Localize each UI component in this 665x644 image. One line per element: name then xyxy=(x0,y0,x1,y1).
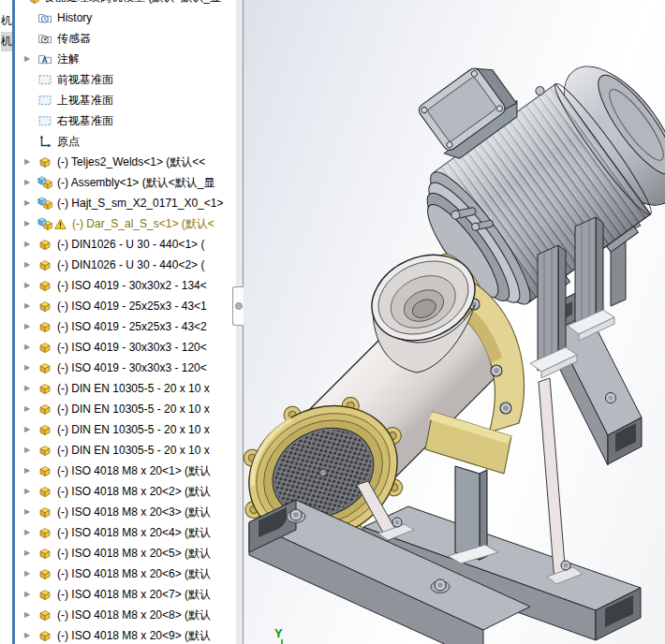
part-icon xyxy=(37,566,52,581)
tree-row[interactable]: ▶(-) ISO 4018 M8 x 20<6> (默认 xyxy=(15,564,236,584)
expand-arrow-icon[interactable]: ▶ xyxy=(24,344,37,351)
tree-row[interactable]: ▶(-) DIN EN 10305-5 - 20 x 10 x xyxy=(15,440,236,461)
tree-row[interactable]: ▶(-) Assembly<1> (默认<默认_显 xyxy=(15,172,236,193)
part-icon xyxy=(37,257,52,272)
expand-arrow-icon[interactable]: ▶ xyxy=(24,323,37,330)
tree-row-label: (-) ISO 4018 M8 x 20<7> (默认 xyxy=(57,587,211,603)
tree-row-label: (-) DIN EN 10305-5 - 20 x 10 x xyxy=(57,382,210,395)
expand-arrow-icon[interactable]: ▶ xyxy=(24,508,37,516)
tree-row-label: (-) Teljes2_Welds<1> (默认<< xyxy=(57,154,205,170)
annotations-icon xyxy=(37,51,52,66)
tree-row[interactable]: ▶(-) ISO 4019 - 25x25x3 - 43<1 xyxy=(15,296,236,316)
tree-row[interactable]: 原点 xyxy=(15,131,236,152)
tree-row[interactable]: ▶(-) DIN1026 - U 30 - 440<2> ( xyxy=(15,255,236,275)
tree-row[interactable]: 右视基准面 xyxy=(15,110,236,131)
tree-row-label: (-) ISO 4018 M8 x 20<6> (默认 xyxy=(57,566,211,582)
expand-arrow-icon[interactable]: ▶ xyxy=(24,405,37,413)
tree-row-label: (-) DIN EN 10305-5 - 20 x 10 x xyxy=(57,402,210,416)
tree-row[interactable]: ▶(-) ISO 4019 - 30x30x3 - 120< xyxy=(15,337,236,358)
expand-arrow-icon[interactable]: ▶ xyxy=(24,591,37,598)
tree-row[interactable]: ▶(-) Hajt_S_sm_X2_0171_X0_<1> xyxy=(15,193,236,213)
tree-row[interactable]: History xyxy=(15,7,236,28)
expand-arrow-icon[interactable]: ▶ xyxy=(24,488,37,495)
expand-arrow-icon[interactable]: ▶ xyxy=(24,385,37,392)
tree-row-label: 注解 xyxy=(57,51,80,67)
expand-arrow-icon[interactable]: ▶ xyxy=(24,158,37,166)
tree-row[interactable]: ▶(-) ISO 4019 - 25x25x3 - 43<2 xyxy=(15,316,236,337)
tree-row[interactable]: ▶(-) ISO 4018 M8 x 20<9> (默认 xyxy=(15,625,236,644)
tree-row[interactable]: ▶(-) ISO 4018 M8 x 20<8> (默认 xyxy=(15,605,236,625)
tree-row[interactable]: ▶注解 xyxy=(15,49,236,69)
tree-row[interactable]: ▶(-) ISO 4018 M8 x 20<3> (默认 xyxy=(15,502,236,522)
tree-row[interactable]: ▶(-) ISO 4018 M8 x 20<2> (默认 xyxy=(15,481,236,502)
tree-row[interactable]: 食品处理绞肉机模型 (默认<默认_显 xyxy=(15,0,236,7)
clipped-panel-tab[interactable]: 机械 xyxy=(1,11,12,31)
warning-icon xyxy=(54,216,67,231)
expand-arrow-icon[interactable]: ▶ xyxy=(24,467,37,475)
tree-row-label: (-) ISO 4019 - 30x30x2 - 134< xyxy=(57,279,207,292)
tree-row[interactable]: ▶(-) DIN1026 - U 30 - 440<1> ( xyxy=(15,234,236,255)
tree-row-label: (-) ISO 4019 - 30x30x3 - 120< xyxy=(57,341,207,354)
expand-arrow-icon[interactable]: ▶ xyxy=(24,220,37,227)
tree-row[interactable]: ▶(-) DIN EN 10305-5 - 20 x 10 x xyxy=(15,419,236,440)
expand-arrow-icon[interactable]: ▶ xyxy=(24,302,37,310)
expand-arrow-icon[interactable]: ▶ xyxy=(24,241,37,248)
part-icon xyxy=(37,484,52,499)
expand-arrow-icon[interactable]: ▶ xyxy=(24,261,37,269)
triad-y-label: Y xyxy=(274,626,283,640)
tree-row[interactable]: ▶(-) DIN EN 10305-5 - 20 x 10 x xyxy=(15,378,236,399)
panel-splitter-handle[interactable] xyxy=(232,286,244,326)
tree-row[interactable]: ▶(-) ISO 4018 M8 x 20<5> (默认 xyxy=(15,543,236,564)
expand-arrow-icon[interactable]: ▶ xyxy=(24,446,37,454)
part-icon xyxy=(37,319,52,334)
expand-arrow-icon[interactable]: ▶ xyxy=(24,549,37,557)
tree-row-label: (-) DIN EN 10305-5 - 20 x 10 x xyxy=(57,423,210,436)
tree-row-label: (-) DIN1026 - U 30 - 440<1> ( xyxy=(57,238,204,251)
assembly-icon xyxy=(24,0,39,5)
solidworks-window: Y 机械 机械 食品处理绞肉机模型 (默认<默认_显History传感器▶注解前… xyxy=(0,0,665,644)
part-icon xyxy=(37,443,52,458)
expand-arrow-icon[interactable]: ▶ xyxy=(24,282,37,289)
tree-row[interactable]: ▶(-) ISO 4019 - 30x30x2 - 134< xyxy=(15,275,236,296)
plane-icon xyxy=(37,113,52,128)
expand-arrow-icon[interactable]: ▶ xyxy=(24,179,37,186)
tree-row-label: (-) ISO 4018 M8 x 20<3> (默认 xyxy=(57,505,211,520)
part-icon xyxy=(37,607,52,622)
tree-row-label: (-) ISO 4019 - 30x30x3 - 120< xyxy=(57,361,207,374)
expand-arrow-icon[interactable]: ▶ xyxy=(24,632,37,639)
expand-arrow-icon[interactable]: ▶ xyxy=(24,529,37,536)
plane-icon xyxy=(37,93,52,108)
tree-row[interactable]: ▶(-) ISO 4018 M8 x 20<1> (默认 xyxy=(15,461,236,481)
part-icon xyxy=(37,237,52,252)
tree-row[interactable]: ▶(-) Teljes2_Welds<1> (默认<< xyxy=(15,152,236,172)
tree-row[interactable]: 上视基准面 xyxy=(15,90,236,110)
tree-row[interactable]: ▶(-) ISO 4018 M8 x 20<4> (默认 xyxy=(15,522,236,543)
part-icon xyxy=(37,402,52,417)
tree-row-label: (-) Dar_S_al_S_s<1> (默认< xyxy=(72,216,214,232)
feature-manager-tree[interactable]: 食品处理绞肉机模型 (默认<默认_显History传感器▶注解前视基准面上视基准… xyxy=(15,0,236,644)
tree-row-label: (-) Assembly<1> (默认<默认_显 xyxy=(57,175,214,191)
tree-row-label: 上视基准面 xyxy=(57,93,113,109)
tree-row[interactable]: ▶(-) ISO 4018 M8 x 20<7> (默认 xyxy=(15,584,236,605)
sensors-icon xyxy=(37,31,52,46)
tree-row[interactable]: 前视基准面 xyxy=(15,69,236,90)
expand-arrow-icon[interactable]: ▶ xyxy=(24,199,37,207)
tree-row[interactable]: ▶(-) Dar_S_al_S_s<1> (默认< xyxy=(15,213,236,234)
expand-arrow-icon[interactable]: ▶ xyxy=(24,55,37,63)
tree-row[interactable]: 传感器 xyxy=(15,28,236,49)
tree-row[interactable]: ▶(-) ISO 4019 - 30x30x3 - 120< xyxy=(15,358,236,378)
origin-icon xyxy=(37,134,52,149)
expand-arrow-icon[interactable]: ▶ xyxy=(24,570,37,578)
history-icon xyxy=(37,10,52,25)
tree-row-label: 食品处理绞肉机模型 (默认<默认_显 xyxy=(44,0,221,6)
assembly-icon xyxy=(37,216,52,231)
expand-arrow-icon[interactable]: ▶ xyxy=(24,426,37,433)
part-icon xyxy=(37,628,52,643)
tree-row[interactable]: ▶(-) DIN EN 10305-5 - 20 x 10 x xyxy=(15,399,236,419)
tree-row-label: (-) ISO 4018 M8 x 20<8> (默认 xyxy=(57,607,211,623)
assembly-icon xyxy=(37,175,52,190)
tree-row-label: (-) DIN1026 - U 30 - 440<2> ( xyxy=(57,258,204,271)
expand-arrow-icon[interactable]: ▶ xyxy=(24,364,37,372)
expand-arrow-icon[interactable]: ▶ xyxy=(24,611,37,619)
clipped-panel-tab-selected[interactable]: 机械 xyxy=(1,32,12,51)
